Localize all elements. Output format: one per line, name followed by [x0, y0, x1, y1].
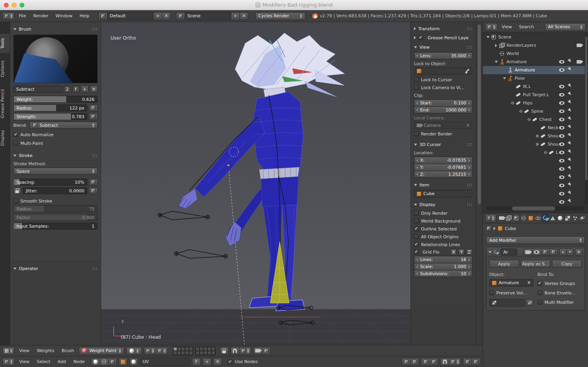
visibility-eye-icon[interactable]	[559, 126, 564, 130]
brush-datablock-field[interactable]: Subtract	[13, 86, 62, 93]
smooth-stroke-checkbox[interactable]: Smooth Stroke	[13, 197, 98, 204]
tab-texture[interactable]	[564, 214, 571, 222]
apply-button[interactable]: Apply	[489, 260, 519, 268]
visibility-eye-icon[interactable]	[559, 68, 564, 72]
strength-pressure-toggle[interactable]	[89, 113, 98, 120]
tab-object-data[interactable]	[550, 214, 556, 222]
visibility-eye-icon[interactable]	[559, 192, 564, 195]
viewport-shading-select[interactable]	[126, 347, 142, 355]
menu-file[interactable]: File	[16, 13, 29, 18]
node-copy-button[interactable]	[463, 358, 472, 366]
panel-grip[interactable]	[466, 27, 472, 31]
outliner-row-bone[interactable]: Shou	[483, 140, 588, 148]
multi-paint-checkbox[interactable]: Multi-Paint	[13, 140, 98, 147]
restrict-select-icon[interactable]	[568, 116, 573, 122]
brush-fake-user-button[interactable]: F	[73, 86, 80, 93]
menu-node-add[interactable]: Add	[55, 359, 69, 364]
restrict-render-icon[interactable]	[577, 44, 582, 47]
grease-pencil-panel-header[interactable]: Grease Pencil Laye	[414, 34, 472, 42]
brush-add-button[interactable]: +	[81, 86, 89, 93]
outliner-row-bone[interactable]: Neck	[483, 124, 588, 132]
clear-object-icon[interactable]: ✕	[527, 280, 531, 285]
modifier-panel-header[interactable]: Ar ✕	[486, 247, 584, 257]
tab-physics[interactable]	[579, 214, 586, 222]
modifier-move-up-button[interactable]	[559, 248, 566, 256]
scrollbar-handle[interactable]	[512, 206, 555, 210]
panel-grip[interactable]	[92, 267, 98, 270]
render-engine-select[interactable]: Cycles Render	[255, 12, 305, 20]
minimize-window-button[interactable]	[12, 3, 16, 7]
visibility-eye-icon[interactable]	[559, 175, 564, 179]
display-panel-header[interactable]: Display	[414, 201, 472, 208]
outliner-row-bone[interactable]	[483, 190, 588, 198]
snap-element-select[interactable]	[239, 347, 251, 355]
lock-camera-checkbox[interactable]: Lock Camera to Vi...	[414, 84, 472, 91]
material-add-button[interactable]: +	[203, 358, 211, 366]
panel-grip[interactable]	[92, 27, 98, 31]
restrict-select-icon[interactable]	[568, 67, 573, 73]
eyedropper-icon[interactable]	[465, 69, 470, 74]
outline-selected-checkbox[interactable]: Outline Selected	[414, 225, 472, 232]
shader-type-object-toggle[interactable]	[91, 358, 100, 366]
restrict-select-icon[interactable]	[568, 141, 573, 147]
opengl-render-still-button[interactable]	[253, 347, 262, 355]
jitter-pressure-toggle[interactable]	[89, 187, 98, 194]
grid-lines-field[interactable]: Lines:16	[414, 256, 472, 263]
tab-tools[interactable]: Tools	[0, 34, 10, 53]
lock-object-field[interactable]	[414, 68, 472, 75]
visibility-eye-icon[interactable]	[559, 101, 564, 105]
only-render-checkbox[interactable]: Only Render	[414, 210, 472, 217]
tab-grease-pencil[interactable]: Grease Pencil	[0, 85, 10, 122]
material-slot-button[interactable]	[129, 358, 138, 366]
menu-brush[interactable]: Brush	[59, 348, 77, 353]
node-backdrop-toggle[interactable]	[421, 358, 430, 366]
lock-to-cursor-checkbox[interactable]: Lock to Cursor	[414, 76, 472, 83]
screen-layout-browse-button[interactable]	[98, 12, 107, 20]
modifier-render-toggle[interactable]	[523, 248, 532, 256]
item-panel-header[interactable]: Item	[414, 181, 472, 189]
all-object-origins-checkbox[interactable]: All Object Origins	[414, 233, 472, 240]
restrict-select-icon[interactable]	[568, 108, 573, 114]
tab-options[interactable]: Options	[0, 56, 10, 81]
material-fake-user-button[interactable]: F	[192, 358, 201, 366]
restrict-select-icon[interactable]	[568, 58, 573, 64]
panel-grip[interactable]	[466, 183, 472, 187]
modifier-name-field[interactable]: Ar	[501, 248, 517, 256]
world-background-checkbox[interactable]: World Background	[414, 217, 472, 225]
modifier-cage-toggle[interactable]	[549, 248, 558, 256]
input-samples-slider[interactable]: Input Samples:1	[13, 223, 98, 230]
restrict-select-icon[interactable]	[568, 83, 573, 89]
visibility-eye-icon[interactable]	[559, 200, 564, 204]
scene-add-button[interactable]: +	[231, 12, 240, 20]
menu-weights[interactable]: Weights	[34, 348, 57, 353]
menu-outliner-search[interactable]: Search	[516, 24, 537, 29]
radius-pressure-toggle[interactable]	[89, 104, 98, 111]
scrollbar-handle[interactable]	[585, 37, 587, 180]
editor-type-node-button[interactable]	[2, 358, 15, 366]
grid-z-toggle[interactable]: Z	[466, 249, 472, 255]
blend-mode-select[interactable]: Subtract	[29, 122, 98, 129]
render-border-checkbox[interactable]: Render Border	[414, 130, 472, 137]
tab-constraints[interactable]	[535, 214, 542, 222]
visibility-eye-icon[interactable]	[559, 60, 564, 64]
outliner-row-bone[interactable]	[483, 198, 588, 205]
preserve-volume-checkbox[interactable]: Preserve Vol...	[489, 289, 534, 296]
restrict-select-icon[interactable]	[568, 182, 573, 188]
panel-grip[interactable]	[466, 143, 472, 146]
node-snap-element-select[interactable]	[449, 358, 461, 366]
outliner-row-bone[interactable]: Shou	[483, 132, 588, 140]
restrict-select-icon[interactable]	[568, 91, 573, 97]
menu-help[interactable]: Help	[77, 13, 92, 18]
tab-world[interactable]	[520, 214, 527, 222]
brush-panel-header[interactable]: Brush	[13, 25, 98, 33]
restrict-select-icon[interactable]	[568, 166, 573, 172]
brush-preview[interactable]	[13, 35, 98, 83]
restrict-select-icon[interactable]	[568, 199, 573, 204]
node-tree-type-button[interactable]	[119, 358, 127, 366]
vertex-groups-checkbox[interactable]: Vertex Groups	[537, 280, 582, 287]
cursor-x-field[interactable]: X:-0.07835	[414, 157, 472, 164]
close-window-button[interactable]	[4, 3, 9, 7]
strength-slider[interactable]: Strength:0.783	[13, 113, 87, 120]
modifier-object-field[interactable]: Armature✕	[489, 279, 534, 287]
outliner-row-bone[interactable]	[483, 165, 588, 173]
